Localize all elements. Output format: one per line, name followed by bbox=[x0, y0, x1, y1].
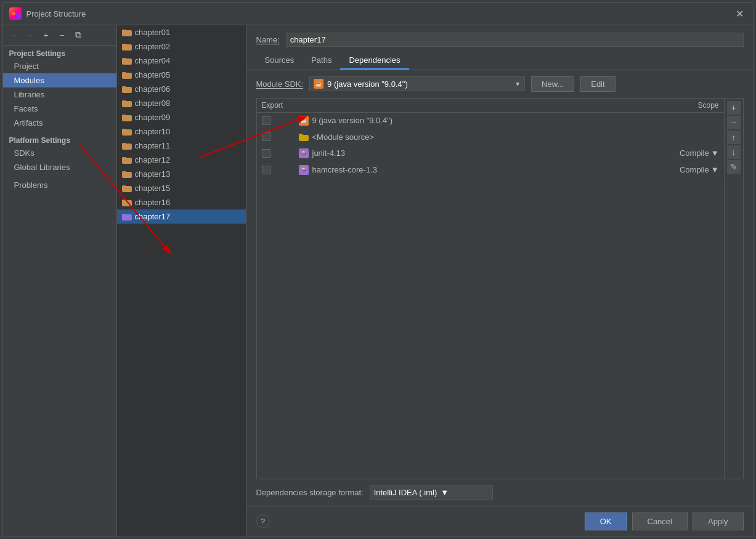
checkbox-hamcrest[interactable] bbox=[262, 166, 270, 174]
name-row: Name: bbox=[246, 25, 754, 52]
sidebar-item-modules[interactable]: Modules bbox=[3, 73, 116, 87]
add-dependency-button[interactable]: + bbox=[727, 101, 741, 115]
sidebar: ← → + − ⧉ Project Settings Project Modul… bbox=[3, 25, 117, 537]
dep-name-module-source: <Module source> bbox=[312, 132, 374, 142]
dep-name-junit: junit-4.13 bbox=[312, 148, 345, 158]
dep-scope-junit[interactable]: Compile ▼ bbox=[645, 148, 719, 158]
sidebar-item-artifacts[interactable]: Artifacts bbox=[3, 116, 116, 130]
module-item-chapter02[interactable]: chapter02 bbox=[117, 39, 246, 54]
sidebar-item-global-libraries[interactable]: Global Libraries bbox=[3, 160, 116, 174]
right-panel: Name: Sources Paths Dependencies Module … bbox=[246, 25, 754, 537]
dep-scope-hamcrest[interactable]: Compile ▼ bbox=[645, 165, 719, 174]
move-up-button[interactable]: ↑ bbox=[727, 131, 741, 144]
source-folder-icon bbox=[299, 132, 309, 141]
remove-button[interactable]: − bbox=[56, 29, 68, 41]
sdk-select[interactable]: ☕ 9 (java version "9.0.4") ▼ bbox=[309, 76, 525, 91]
java-icon: ☕ bbox=[314, 79, 323, 89]
cancel-button[interactable]: Cancel bbox=[632, 513, 688, 530]
svg-point-2 bbox=[15, 14, 19, 17]
dependency-table-wrapper: Export Scope ☕ 9 (java version "9.0.4 bbox=[256, 98, 744, 479]
folder-icon bbox=[122, 43, 132, 51]
name-label: Name: bbox=[256, 35, 280, 44]
name-input[interactable] bbox=[286, 33, 744, 47]
module-item-chapter09[interactable]: chapter09 bbox=[117, 110, 246, 124]
sidebar-item-libraries[interactable]: Libraries bbox=[3, 87, 116, 102]
table-row[interactable]: <Module source> bbox=[257, 129, 724, 145]
remove-dependency-button[interactable]: − bbox=[727, 116, 741, 129]
export-check-hamcrest bbox=[262, 166, 299, 174]
module-list: chapter01 chapter02 chapter04 chapter05 … bbox=[117, 25, 246, 537]
new-sdk-button[interactable]: New... bbox=[531, 76, 574, 92]
tab-paths[interactable]: Paths bbox=[303, 52, 340, 70]
side-buttons: + − ↑ ↓ ✎ bbox=[724, 99, 743, 479]
edit-sdk-button[interactable]: Edit bbox=[580, 76, 615, 92]
module-item-chapter11[interactable]: chapter11 bbox=[117, 139, 246, 153]
checkbox-jdk[interactable] bbox=[262, 116, 270, 125]
folder-icon bbox=[122, 71, 132, 79]
module-item-chapter12[interactable]: chapter12 bbox=[117, 153, 246, 167]
sidebar-item-facets[interactable]: Facets bbox=[3, 102, 116, 116]
module-item-chapter08[interactable]: chapter08 bbox=[117, 96, 246, 110]
chevron-down-icon: ▼ bbox=[711, 165, 719, 174]
module-item-chapter13[interactable]: chapter13 bbox=[117, 167, 246, 181]
storage-label: Dependencies storage format: bbox=[256, 488, 364, 497]
dep-name-hamcrest: hamcrest-core-1.3 bbox=[312, 165, 377, 174]
module-item-chapter04[interactable]: chapter04 bbox=[117, 54, 246, 68]
storage-row: Dependencies storage format: IntelliJ ID… bbox=[246, 479, 754, 506]
table-row[interactable]: 📦 hamcrest-core-1.3 Compile ▼ bbox=[257, 162, 724, 179]
table-row[interactable]: ☕ 9 (java version "9.0.4") bbox=[257, 113, 724, 129]
move-down-button[interactable]: ↓ bbox=[727, 145, 741, 159]
ok-button[interactable]: OK bbox=[585, 513, 627, 530]
sdk-label: Module SDK: bbox=[256, 79, 304, 89]
folder-icon bbox=[122, 28, 132, 36]
apply-button[interactable]: Apply bbox=[693, 513, 744, 530]
project-structure-dialog: Project Structure ✕ ← → + − ⧉ Project Se… bbox=[2, 2, 754, 537]
sidebar-item-problems[interactable]: Problems bbox=[3, 174, 116, 192]
chevron-down-icon: ▼ bbox=[514, 81, 521, 87]
tabs-row: Sources Paths Dependencies bbox=[246, 52, 754, 70]
edit-dependency-button[interactable]: ✎ bbox=[727, 160, 741, 174]
module-item-chapter06[interactable]: chapter06 bbox=[117, 82, 246, 96]
back-button: ← bbox=[8, 29, 20, 41]
sidebar-item-sdks[interactable]: SDKs bbox=[3, 146, 116, 160]
jar-icon: 📦 bbox=[299, 165, 309, 175]
table-row[interactable]: 📦 junit-4.13 Compile ▼ bbox=[257, 145, 724, 162]
jar-icon: 📦 bbox=[299, 148, 309, 158]
table-header: Export Scope bbox=[257, 99, 724, 113]
module-item-chapter16[interactable]: chapter16 bbox=[117, 195, 246, 209]
dep-name-jdk: 9 (java version "9.0.4") bbox=[312, 116, 393, 125]
add-button[interactable]: + bbox=[40, 29, 52, 41]
tab-sources[interactable]: Sources bbox=[256, 52, 303, 70]
title-bar: Project Structure ✕ bbox=[3, 3, 754, 25]
folder-icon bbox=[122, 99, 132, 107]
main-content: ← → + − ⧉ Project Settings Project Modul… bbox=[3, 25, 754, 537]
svg-point-1 bbox=[15, 10, 19, 14]
export-check-module-source bbox=[262, 132, 299, 141]
checkbox-junit[interactable] bbox=[262, 149, 270, 158]
help-button[interactable]: ? bbox=[256, 514, 270, 528]
checkbox-module-source[interactable] bbox=[262, 132, 270, 141]
platform-settings-label: Platform Settings bbox=[3, 130, 116, 146]
dependency-list: Export Scope ☕ 9 (java version "9.0.4 bbox=[257, 99, 724, 479]
tab-dependencies[interactable]: Dependencies bbox=[340, 52, 408, 70]
svg-point-0 bbox=[12, 12, 15, 15]
module-item-chapter15[interactable]: chapter15 bbox=[117, 181, 246, 195]
close-button[interactable]: ✕ bbox=[732, 7, 747, 21]
sidebar-item-project[interactable]: Project bbox=[3, 59, 116, 73]
folder-icon bbox=[122, 142, 132, 150]
module-item-chapter17[interactable]: chapter17 bbox=[117, 209, 246, 224]
module-item-chapter10[interactable]: chapter10 bbox=[117, 124, 246, 139]
dependencies-panel: Module SDK: ☕ 9 (java version "9.0.4") ▼… bbox=[246, 70, 754, 506]
sdk-row: Module SDK: ☕ 9 (java version "9.0.4") ▼… bbox=[246, 70, 754, 98]
export-check-junit bbox=[262, 149, 299, 158]
chevron-down-icon: ▼ bbox=[441, 488, 449, 497]
header-export: Export bbox=[262, 101, 299, 110]
app-logo bbox=[9, 7, 22, 20]
dialog-title: Project Structure bbox=[26, 9, 732, 18]
copy-button[interactable]: ⧉ bbox=[72, 29, 84, 41]
module-item-chapter05[interactable]: chapter05 bbox=[117, 68, 246, 82]
storage-value: IntelliJ IDEA (.iml) bbox=[374, 488, 437, 497]
module-item-chapter01[interactable]: chapter01 bbox=[117, 25, 246, 39]
storage-select[interactable]: IntelliJ IDEA (.iml) ▼ bbox=[370, 485, 493, 500]
forward-button: → bbox=[24, 29, 36, 41]
